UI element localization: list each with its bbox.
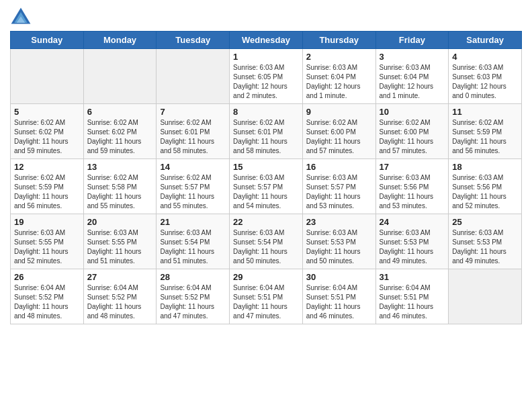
day-info: Sunrise: 6:04 AM Sunset: 5:52 PM Dayligh… xyxy=(87,283,153,321)
day-number: 24 xyxy=(380,217,445,227)
day-info: Sunrise: 6:02 AM Sunset: 5:59 PM Dayligh… xyxy=(452,118,518,156)
calendar-cell: 14Sunrise: 6:02 AM Sunset: 5:57 PM Dayli… xyxy=(157,159,230,214)
calendar-cell: 24Sunrise: 6:03 AM Sunset: 5:53 PM Dayli… xyxy=(375,214,449,269)
day-info: Sunrise: 6:03 AM Sunset: 6:03 PM Dayligh… xyxy=(452,63,518,101)
logo xyxy=(10,7,34,26)
calendar-cell: 25Sunrise: 6:03 AM Sunset: 5:53 PM Dayli… xyxy=(449,214,522,269)
calendar-cell: 11Sunrise: 6:02 AM Sunset: 5:59 PM Dayli… xyxy=(449,104,522,159)
day-number: 26 xyxy=(14,272,80,282)
day-info: Sunrise: 6:04 AM Sunset: 5:51 PM Dayligh… xyxy=(380,283,445,321)
calendar-table: SundayMondayTuesdayWednesdayThursdayFrid… xyxy=(10,31,522,324)
day-info: Sunrise: 6:03 AM Sunset: 6:05 PM Dayligh… xyxy=(233,63,299,101)
day-info: Sunrise: 6:03 AM Sunset: 5:55 PM Dayligh… xyxy=(14,228,80,266)
day-info: Sunrise: 6:02 AM Sunset: 6:01 PM Dayligh… xyxy=(160,118,226,156)
day-number: 25 xyxy=(452,217,518,227)
weekday-header-tuesday: Tuesday xyxy=(157,32,230,49)
calendar-cell: 30Sunrise: 6:04 AM Sunset: 5:51 PM Dayli… xyxy=(302,269,375,324)
calendar-cell: 20Sunrise: 6:03 AM Sunset: 5:55 PM Dayli… xyxy=(83,214,157,269)
day-number: 3 xyxy=(380,52,445,62)
weekday-header-thursday: Thursday xyxy=(302,32,375,49)
calendar-cell: 12Sunrise: 6:02 AM Sunset: 5:59 PM Dayli… xyxy=(11,159,84,214)
calendar-cell: 31Sunrise: 6:04 AM Sunset: 5:51 PM Dayli… xyxy=(375,269,449,324)
calendar-cell: 9Sunrise: 6:02 AM Sunset: 6:00 PM Daylig… xyxy=(302,104,375,159)
day-info: Sunrise: 6:03 AM Sunset: 5:54 PM Dayligh… xyxy=(233,228,299,266)
day-info: Sunrise: 6:03 AM Sunset: 5:54 PM Dayligh… xyxy=(160,228,226,266)
calendar-week-2: 5Sunrise: 6:02 AM Sunset: 6:02 PM Daylig… xyxy=(11,104,522,159)
day-info: Sunrise: 6:03 AM Sunset: 5:55 PM Dayligh… xyxy=(87,228,153,266)
day-number: 17 xyxy=(380,162,445,172)
day-number: 2 xyxy=(306,52,372,62)
day-info: Sunrise: 6:04 AM Sunset: 5:51 PM Dayligh… xyxy=(233,283,299,321)
day-number: 16 xyxy=(306,162,372,172)
calendar-cell: 26Sunrise: 6:04 AM Sunset: 5:52 PM Dayli… xyxy=(11,269,84,324)
header-area xyxy=(10,7,522,26)
weekday-header-friday: Friday xyxy=(375,32,449,49)
calendar-week-4: 19Sunrise: 6:03 AM Sunset: 5:55 PM Dayli… xyxy=(11,214,522,269)
day-number: 19 xyxy=(14,217,80,227)
day-number: 21 xyxy=(160,217,226,227)
day-info: Sunrise: 6:02 AM Sunset: 5:58 PM Dayligh… xyxy=(87,173,153,211)
calendar-cell: 17Sunrise: 6:03 AM Sunset: 5:56 PM Dayli… xyxy=(375,159,449,214)
day-info: Sunrise: 6:02 AM Sunset: 6:00 PM Dayligh… xyxy=(380,118,445,156)
calendar-cell: 10Sunrise: 6:02 AM Sunset: 6:00 PM Dayli… xyxy=(375,104,449,159)
day-number: 29 xyxy=(233,272,299,282)
calendar-cell: 19Sunrise: 6:03 AM Sunset: 5:55 PM Dayli… xyxy=(11,214,84,269)
day-number: 10 xyxy=(380,107,445,117)
day-number: 11 xyxy=(452,107,518,117)
weekday-header-row: SundayMondayTuesdayWednesdayThursdayFrid… xyxy=(11,32,522,49)
calendar-cell: 7Sunrise: 6:02 AM Sunset: 6:01 PM Daylig… xyxy=(157,104,230,159)
calendar-cell: 2Sunrise: 6:03 AM Sunset: 6:04 PM Daylig… xyxy=(302,49,375,104)
day-info: Sunrise: 6:04 AM Sunset: 5:52 PM Dayligh… xyxy=(14,283,80,321)
day-number: 9 xyxy=(306,107,372,117)
page-container: SundayMondayTuesdayWednesdayThursdayFrid… xyxy=(0,0,532,331)
day-info: Sunrise: 6:03 AM Sunset: 5:53 PM Dayligh… xyxy=(380,228,445,266)
day-info: Sunrise: 6:02 AM Sunset: 6:02 PM Dayligh… xyxy=(87,118,153,156)
day-info: Sunrise: 6:03 AM Sunset: 5:57 PM Dayligh… xyxy=(233,173,299,211)
day-number: 1 xyxy=(233,52,299,62)
calendar-cell: 29Sunrise: 6:04 AM Sunset: 5:51 PM Dayli… xyxy=(230,269,303,324)
calendar-cell: 13Sunrise: 6:02 AM Sunset: 5:58 PM Dayli… xyxy=(83,159,157,214)
calendar-cell: 28Sunrise: 6:04 AM Sunset: 5:52 PM Dayli… xyxy=(157,269,230,324)
day-info: Sunrise: 6:03 AM Sunset: 5:56 PM Dayligh… xyxy=(452,173,518,211)
weekday-header-saturday: Saturday xyxy=(449,32,522,49)
day-number: 13 xyxy=(87,162,153,172)
calendar-cell: 22Sunrise: 6:03 AM Sunset: 5:54 PM Dayli… xyxy=(230,214,303,269)
weekday-header-sunday: Sunday xyxy=(11,32,84,49)
calendar-cell: 4Sunrise: 6:03 AM Sunset: 6:03 PM Daylig… xyxy=(449,49,522,104)
day-info: Sunrise: 6:03 AM Sunset: 5:53 PM Dayligh… xyxy=(306,228,372,266)
calendar-week-1: 1Sunrise: 6:03 AM Sunset: 6:05 PM Daylig… xyxy=(11,49,522,104)
day-number: 30 xyxy=(306,272,372,282)
day-number: 20 xyxy=(87,217,153,227)
weekday-header-monday: Monday xyxy=(83,32,157,49)
calendar-cell: 3Sunrise: 6:03 AM Sunset: 6:04 PM Daylig… xyxy=(375,49,449,104)
calendar-cell xyxy=(83,49,157,104)
day-info: Sunrise: 6:04 AM Sunset: 5:51 PM Dayligh… xyxy=(306,283,372,321)
day-number: 8 xyxy=(233,107,299,117)
weekday-header-wednesday: Wednesday xyxy=(230,32,303,49)
day-info: Sunrise: 6:03 AM Sunset: 5:56 PM Dayligh… xyxy=(380,173,445,211)
day-number: 4 xyxy=(452,52,518,62)
calendar-cell xyxy=(449,269,522,324)
day-info: Sunrise: 6:03 AM Sunset: 5:53 PM Dayligh… xyxy=(452,228,518,266)
calendar-cell: 21Sunrise: 6:03 AM Sunset: 5:54 PM Dayli… xyxy=(157,214,230,269)
day-number: 28 xyxy=(160,272,226,282)
day-number: 31 xyxy=(380,272,445,282)
day-info: Sunrise: 6:03 AM Sunset: 6:04 PM Dayligh… xyxy=(380,63,445,101)
calendar-cell: 5Sunrise: 6:02 AM Sunset: 6:02 PM Daylig… xyxy=(11,104,84,159)
day-info: Sunrise: 6:02 AM Sunset: 6:02 PM Dayligh… xyxy=(14,118,80,156)
calendar-cell: 8Sunrise: 6:02 AM Sunset: 6:01 PM Daylig… xyxy=(230,104,303,159)
day-info: Sunrise: 6:03 AM Sunset: 6:04 PM Dayligh… xyxy=(306,63,372,101)
day-number: 22 xyxy=(233,217,299,227)
day-info: Sunrise: 6:04 AM Sunset: 5:52 PM Dayligh… xyxy=(160,283,226,321)
day-number: 23 xyxy=(306,217,372,227)
calendar-cell: 1Sunrise: 6:03 AM Sunset: 6:05 PM Daylig… xyxy=(230,49,303,104)
day-info: Sunrise: 6:02 AM Sunset: 6:01 PM Dayligh… xyxy=(233,118,299,156)
day-info: Sunrise: 6:02 AM Sunset: 5:59 PM Dayligh… xyxy=(14,173,80,211)
calendar-week-3: 12Sunrise: 6:02 AM Sunset: 5:59 PM Dayli… xyxy=(11,159,522,214)
day-info: Sunrise: 6:03 AM Sunset: 5:57 PM Dayligh… xyxy=(306,173,372,211)
calendar-week-5: 26Sunrise: 6:04 AM Sunset: 5:52 PM Dayli… xyxy=(11,269,522,324)
day-number: 12 xyxy=(14,162,80,172)
day-info: Sunrise: 6:02 AM Sunset: 6:00 PM Dayligh… xyxy=(306,118,372,156)
day-number: 14 xyxy=(160,162,226,172)
day-number: 5 xyxy=(14,107,80,117)
